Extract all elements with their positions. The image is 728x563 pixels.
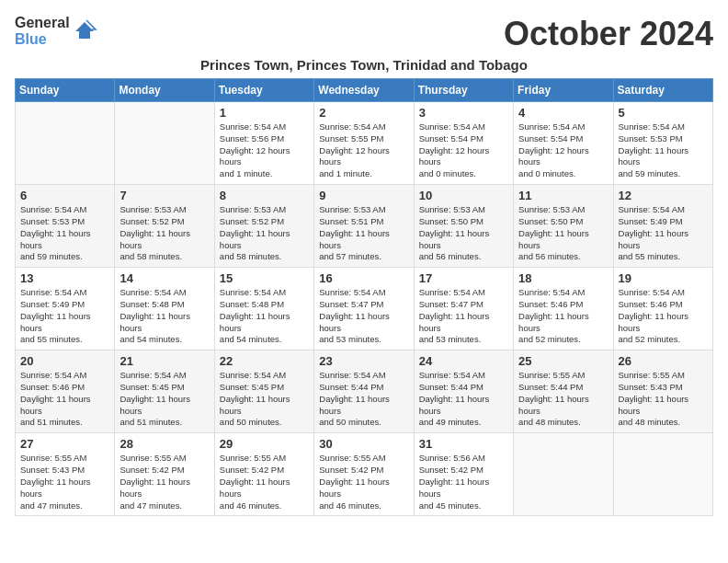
day-of-week-header: Monday <box>115 79 214 102</box>
calendar-cell: 23Sunrise: 5:54 AMSunset: 5:44 PMDayligh… <box>314 350 414 433</box>
day-info: Sunrise: 5:53 AMSunset: 5:51 PMDaylight:… <box>319 204 408 263</box>
logo-blue: Blue <box>15 31 47 47</box>
day-number: 20 <box>20 354 109 368</box>
day-of-week-header: Sunday <box>16 79 115 102</box>
calendar-cell: 10Sunrise: 5:53 AMSunset: 5:50 PMDayligh… <box>414 185 513 268</box>
calendar-cell: 17Sunrise: 5:54 AMSunset: 5:47 PMDayligh… <box>414 268 513 350</box>
calendar-cell <box>613 433 712 516</box>
day-number: 22 <box>220 354 309 368</box>
calendar-cell: 12Sunrise: 5:54 AMSunset: 5:49 PMDayligh… <box>613 185 712 268</box>
day-number: 30 <box>319 437 408 451</box>
day-number: 4 <box>518 106 608 120</box>
logo-icon <box>72 18 97 44</box>
day-number: 24 <box>419 354 508 368</box>
day-info: Sunrise: 5:56 AMSunset: 5:42 PMDaylight:… <box>419 453 508 511</box>
day-info: Sunrise: 5:54 AMSunset: 5:48 PMDaylight:… <box>220 287 309 346</box>
calendar-cell: 15Sunrise: 5:54 AMSunset: 5:48 PMDayligh… <box>214 268 313 350</box>
calendar-cell: 21Sunrise: 5:54 AMSunset: 5:45 PMDayligh… <box>115 350 214 433</box>
day-info: Sunrise: 5:54 AMSunset: 5:49 PMDaylight:… <box>20 287 109 346</box>
day-of-week-header: Friday <box>514 79 613 102</box>
day-number: 9 <box>319 189 408 202</box>
day-number: 2 <box>319 106 408 120</box>
day-of-week-header: Wednesday <box>314 79 414 102</box>
day-number: 3 <box>419 106 508 120</box>
day-number: 19 <box>619 271 708 285</box>
day-number: 23 <box>319 354 408 368</box>
calendar-cell: 13Sunrise: 5:54 AMSunset: 5:49 PMDayligh… <box>16 268 115 350</box>
calendar-cell: 19Sunrise: 5:54 AMSunset: 5:46 PMDayligh… <box>613 268 712 350</box>
day-number: 21 <box>119 354 209 368</box>
day-number: 7 <box>119 189 209 202</box>
calendar-body: 1Sunrise: 5:54 AMSunset: 5:56 PMDaylight… <box>16 102 713 516</box>
day-info: Sunrise: 5:55 AMSunset: 5:42 PMDaylight:… <box>119 453 209 511</box>
page-header: General Blue October 2024 <box>15 15 713 53</box>
calendar-table: SundayMondayTuesdayWednesdayThursdayFrid… <box>15 78 713 516</box>
day-number: 6 <box>20 189 109 202</box>
day-info: Sunrise: 5:54 AMSunset: 5:48 PMDaylight:… <box>119 287 209 346</box>
day-number: 13 <box>20 271 109 285</box>
day-info: Sunrise: 5:55 AMSunset: 5:44 PMDaylight:… <box>518 370 608 429</box>
day-number: 5 <box>619 106 708 120</box>
calendar-cell: 2Sunrise: 5:54 AMSunset: 5:55 PMDaylight… <box>314 102 414 185</box>
calendar-cell: 25Sunrise: 5:55 AMSunset: 5:44 PMDayligh… <box>514 350 613 433</box>
calendar-week-row: 6Sunrise: 5:54 AMSunset: 5:53 PMDaylight… <box>16 185 713 268</box>
day-number: 14 <box>119 271 209 285</box>
day-number: 29 <box>220 437 309 451</box>
day-number: 28 <box>119 437 209 451</box>
day-of-week-header: Thursday <box>414 79 513 102</box>
calendar-cell: 27Sunrise: 5:55 AMSunset: 5:43 PMDayligh… <box>16 433 115 516</box>
day-info: Sunrise: 5:54 AMSunset: 5:54 PMDaylight:… <box>518 121 608 180</box>
month-year-title: October 2024 <box>504 15 713 53</box>
calendar-cell: 7Sunrise: 5:53 AMSunset: 5:52 PMDaylight… <box>115 185 214 268</box>
calendar-cell: 14Sunrise: 5:54 AMSunset: 5:48 PMDayligh… <box>115 268 214 350</box>
day-info: Sunrise: 5:54 AMSunset: 5:47 PMDaylight:… <box>319 287 408 346</box>
calendar-cell: 8Sunrise: 5:53 AMSunset: 5:52 PMDaylight… <box>214 185 313 268</box>
calendar-cell: 28Sunrise: 5:55 AMSunset: 5:42 PMDayligh… <box>115 433 214 516</box>
day-info: Sunrise: 5:54 AMSunset: 5:53 PMDaylight:… <box>20 204 109 263</box>
day-info: Sunrise: 5:55 AMSunset: 5:42 PMDaylight:… <box>319 453 408 511</box>
calendar-cell: 16Sunrise: 5:54 AMSunset: 5:47 PMDayligh… <box>314 268 414 350</box>
calendar-cell: 11Sunrise: 5:53 AMSunset: 5:50 PMDayligh… <box>514 185 613 268</box>
day-info: Sunrise: 5:53 AMSunset: 5:52 PMDaylight:… <box>220 204 309 263</box>
day-info: Sunrise: 5:55 AMSunset: 5:43 PMDaylight:… <box>20 453 109 511</box>
day-number: 27 <box>20 437 109 451</box>
calendar-cell: 26Sunrise: 5:55 AMSunset: 5:43 PMDayligh… <box>613 350 712 433</box>
calendar-cell: 30Sunrise: 5:55 AMSunset: 5:42 PMDayligh… <box>314 433 414 516</box>
calendar-week-row: 20Sunrise: 5:54 AMSunset: 5:46 PMDayligh… <box>16 350 713 433</box>
day-info: Sunrise: 5:54 AMSunset: 5:45 PMDaylight:… <box>220 370 309 429</box>
day-info: Sunrise: 5:53 AMSunset: 5:52 PMDaylight:… <box>119 204 209 263</box>
calendar-header-row: SundayMondayTuesdayWednesdayThursdayFrid… <box>16 79 713 102</box>
day-number: 12 <box>619 189 708 202</box>
day-info: Sunrise: 5:55 AMSunset: 5:43 PMDaylight:… <box>619 370 708 429</box>
calendar-cell: 18Sunrise: 5:54 AMSunset: 5:46 PMDayligh… <box>514 268 613 350</box>
day-info: Sunrise: 5:54 AMSunset: 5:55 PMDaylight:… <box>319 121 408 180</box>
day-info: Sunrise: 5:55 AMSunset: 5:42 PMDaylight:… <box>220 453 309 511</box>
location-title: Princes Town, Princes Town, Trinidad and… <box>15 57 713 73</box>
calendar-cell: 1Sunrise: 5:54 AMSunset: 5:56 PMDaylight… <box>214 102 313 185</box>
calendar-cell: 4Sunrise: 5:54 AMSunset: 5:54 PMDaylight… <box>514 102 613 185</box>
logo-general: General <box>15 15 70 30</box>
calendar-cell: 29Sunrise: 5:55 AMSunset: 5:42 PMDayligh… <box>214 433 313 516</box>
calendar-cell <box>16 102 115 185</box>
day-number: 8 <box>220 189 309 202</box>
day-of-week-header: Tuesday <box>214 79 313 102</box>
calendar-cell: 31Sunrise: 5:56 AMSunset: 5:42 PMDayligh… <box>414 433 513 516</box>
calendar-cell <box>514 433 613 516</box>
calendar-week-row: 13Sunrise: 5:54 AMSunset: 5:49 PMDayligh… <box>16 268 713 350</box>
day-number: 18 <box>518 271 608 285</box>
day-info: Sunrise: 5:54 AMSunset: 5:53 PMDaylight:… <box>619 121 708 180</box>
day-info: Sunrise: 5:54 AMSunset: 5:44 PMDaylight:… <box>319 370 408 429</box>
day-of-week-header: Saturday <box>613 79 712 102</box>
day-info: Sunrise: 5:54 AMSunset: 5:46 PMDaylight:… <box>518 287 608 346</box>
day-info: Sunrise: 5:54 AMSunset: 5:56 PMDaylight:… <box>220 121 309 180</box>
day-info: Sunrise: 5:54 AMSunset: 5:46 PMDaylight:… <box>20 370 109 429</box>
calendar-cell <box>115 102 214 185</box>
day-info: Sunrise: 5:54 AMSunset: 5:47 PMDaylight:… <box>419 287 508 346</box>
day-number: 10 <box>419 189 508 202</box>
day-number: 25 <box>518 354 608 368</box>
calendar-week-row: 1Sunrise: 5:54 AMSunset: 5:56 PMDaylight… <box>16 102 713 185</box>
day-info: Sunrise: 5:53 AMSunset: 5:50 PMDaylight:… <box>518 204 608 263</box>
day-info: Sunrise: 5:54 AMSunset: 5:49 PMDaylight:… <box>619 204 708 263</box>
day-number: 15 <box>220 271 309 285</box>
calendar-cell: 24Sunrise: 5:54 AMSunset: 5:44 PMDayligh… <box>414 350 513 433</box>
